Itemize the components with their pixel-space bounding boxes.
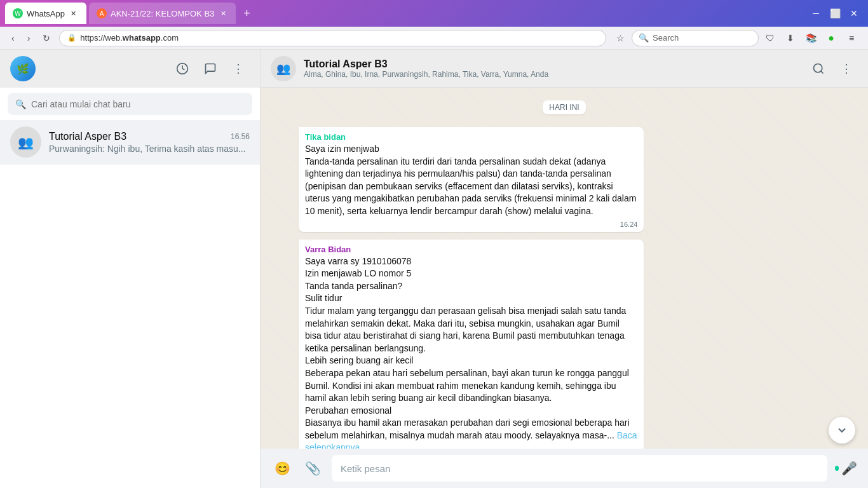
akn-favicon: A — [97, 8, 107, 18]
chat-title: Tutorial Asper B3 — [304, 58, 799, 70]
search-magnifier-icon: 🔍 — [639, 33, 649, 43]
messages-area: HARI INI Tika bidan Saya izin menjwab Ta… — [261, 88, 868, 449]
refresh-button[interactable]: ↻ — [39, 30, 54, 46]
status-icon[interactable] — [171, 57, 194, 80]
message-time-tika: 16.24 — [305, 220, 637, 228]
maximize-button[interactable]: ⬜ — [826, 4, 844, 22]
message-bubble: Tika bidan Saya izin menjwab Tanda-tanda… — [299, 127, 644, 232]
chat-list: 👥 Tutorial Asper B3 16.56 Purwaningsih: … — [0, 120, 260, 488]
chat-name-row: Tutorial Asper B3 16.56 — [49, 131, 250, 142]
chat-header: 👥 Tutorial Asper B3 Alma, Ghina, Ibu, Ir… — [261, 50, 868, 88]
record-dot — [835, 466, 839, 471]
search-input-wrap[interactable]: 🔍 — [8, 93, 252, 115]
browser-chrome: W WhatsApp ✕ A AKN-21/22: KELOMPOK B3 ✕ … — [0, 0, 868, 27]
search-input[interactable] — [31, 99, 245, 109]
whatsapp-favicon: W — [13, 8, 23, 18]
chat-icon[interactable] — [199, 57, 222, 80]
group-avatar[interactable]: 👥 — [271, 56, 296, 81]
attach-button[interactable]: 📎 — [301, 457, 324, 480]
back-button[interactable]: ‹ — [8, 30, 18, 46]
tab-whatsapp-close[interactable]: ✕ — [69, 8, 79, 18]
profile-icon[interactable]: ● — [822, 29, 840, 47]
search-text: Search — [653, 33, 679, 43]
menu-icon[interactable]: ≡ — [843, 29, 860, 47]
forward-button[interactable]: › — [24, 30, 34, 46]
window-controls: ─ ⬜ ✕ — [807, 4, 863, 22]
bookmark-icon[interactable]: ☆ — [611, 29, 629, 47]
url-text: https://web.whatsapp.com — [80, 33, 179, 43]
tab-whatsapp-label: WhatsApp — [27, 9, 65, 18]
svg-point-1 — [814, 64, 822, 72]
more-options-icon[interactable]: ⋮ — [227, 57, 250, 80]
record-container: 🎤 — [835, 457, 858, 480]
read-more-link[interactable]: Baca selengkapnya — [305, 430, 640, 449]
chat-header-actions: ⋮ — [807, 57, 858, 80]
search-icon: 🔍 — [15, 99, 26, 109]
toolbar-icons: ☆ 🔍 Search 🛡 ⬇ 📚 ● ≡ — [611, 29, 860, 47]
chat-search-bar: 🔍 — [0, 88, 260, 120]
lock-icon: 🔒 — [67, 34, 76, 42]
chat-more-button[interactable]: ⋮ — [835, 57, 858, 80]
minimize-button[interactable]: ─ — [807, 4, 825, 22]
tab-akn-close[interactable]: ✕ — [218, 8, 228, 18]
scroll-down-button[interactable] — [829, 417, 855, 444]
address-bar: ‹ › ↻ 🔒 https://web.whatsapp.com ☆ 🔍 Sea… — [0, 27, 868, 50]
sender-name-tika: Tika bidan — [305, 132, 637, 142]
chat-time: 16.56 — [231, 132, 250, 141]
bookmarks-icon[interactable]: 📚 — [802, 29, 820, 47]
tab-akn[interactable]: A AKN-21/22: KELOMPOK B3 ✕ — [89, 3, 236, 24]
message-text-tika: Saya izin menjwab Tanda-tanda persalinan… — [305, 143, 637, 218]
search-box[interactable]: 🔍 Search — [632, 30, 759, 46]
new-tab-button[interactable]: + — [238, 4, 255, 23]
sender-name-varra: Varra Bidan — [305, 245, 637, 254]
chat-header-info: Tutorial Asper B3 Alma, Ghina, Ibu, Irna… — [304, 58, 799, 79]
tab-akn-label: AKN-21/22: KELOMPOK B3 — [111, 9, 214, 18]
chat-area: 👥 Tutorial Asper B3 Alma, Ghina, Ibu, Ir… — [261, 50, 868, 488]
sidebar-header-icons: ⋮ — [171, 57, 250, 80]
user-avatar[interactable]: 🌿 — [10, 56, 36, 81]
chat-members: Alma, Ghina, Ibu, Irna, Purwaningsih, Ra… — [304, 70, 799, 79]
url-bar[interactable]: 🔒 https://web.whatsapp.com — [59, 30, 606, 46]
download-icon[interactable]: ⬇ — [782, 29, 799, 47]
date-divider: HARI INI — [299, 100, 830, 114]
shield-icon[interactable]: 🛡 — [761, 29, 779, 47]
tab-whatsapp[interactable]: W WhatsApp ✕ — [5, 3, 86, 24]
date-badge: HARI INI — [543, 100, 585, 114]
chat-avatar: 👥 — [10, 126, 41, 158]
message-bubble-varra: Varra Bidan Saya varra sy 1910106078 Izi… — [299, 240, 644, 449]
chat-preview: Purwaningsih: Ngih ibu, Terima kasih ata… — [49, 144, 250, 154]
chat-name: Tutorial Asper B3 — [49, 131, 126, 142]
app-container: 🌿 ⋮ 🔍 👥 Tutorial As — [0, 50, 868, 488]
chat-input-area: 😊 📎 🎤 — [261, 449, 868, 488]
emoji-button[interactable]: 😊 — [271, 457, 294, 480]
chat-info: Tutorial Asper B3 16.56 Purwaningsih: Ng… — [49, 131, 250, 154]
message-input[interactable] — [332, 455, 827, 482]
voice-record-button[interactable]: 🎤 — [840, 457, 858, 480]
close-button[interactable]: ✕ — [845, 4, 863, 22]
sidebar: 🌿 ⋮ 🔍 👥 Tutorial As — [0, 50, 261, 488]
sidebar-header: 🌿 ⋮ — [0, 50, 260, 88]
search-chat-button[interactable] — [807, 57, 830, 80]
chat-item[interactable]: 👥 Tutorial Asper B3 16.56 Purwaningsih: … — [0, 120, 260, 165]
message-text-varra: Saya varra sy 1910106078 Izin menjawab L… — [305, 255, 637, 449]
